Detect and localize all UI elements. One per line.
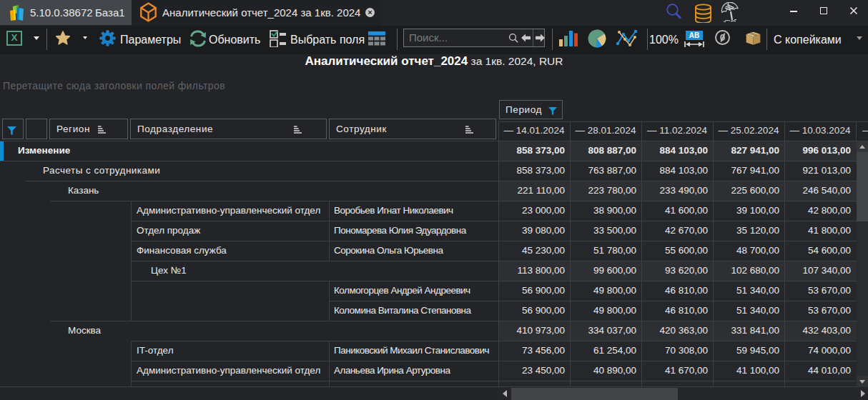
svg-text:AB: AB xyxy=(689,31,699,39)
